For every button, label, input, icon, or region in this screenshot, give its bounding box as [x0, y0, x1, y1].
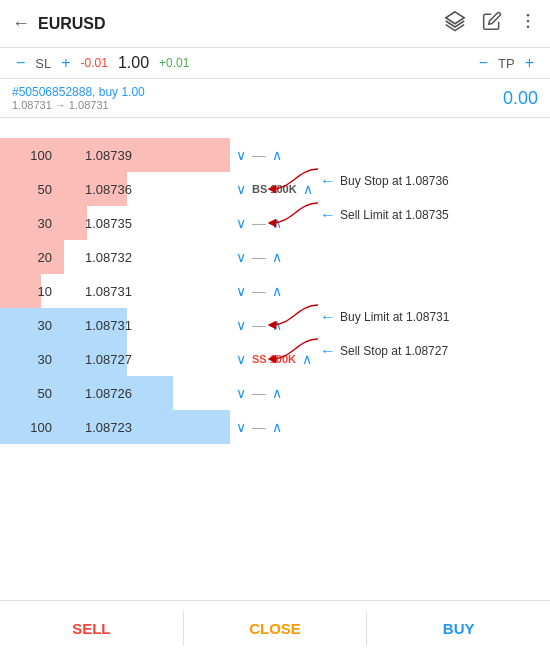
order-book-row: 1001.08739 [0, 138, 230, 172]
ob-control-row: ∨—∧ [230, 274, 320, 308]
sell-button[interactable]: SELL [0, 601, 183, 656]
annotation-text: Buy Limit at 1.08731 [340, 310, 449, 324]
order-book-row: 301.08731 [0, 308, 230, 342]
ob-price: 1.08731 [60, 284, 140, 299]
ctrl-line: — [252, 147, 266, 163]
ob-control-row: ∨—∧ [230, 206, 320, 240]
order-label: BS 100K [252, 183, 297, 195]
down-arrow-button[interactable]: ∨ [236, 249, 246, 265]
layers-icon[interactable] [444, 10, 466, 37]
down-arrow-button[interactable]: ∨ [236, 215, 246, 231]
trade-detail: #50506852888, buy 1.00 1.08731 → 1.08731 [12, 85, 503, 111]
ctrl-line: — [252, 419, 266, 435]
ob-price: 1.08735 [60, 216, 140, 231]
sl-minus-button[interactable]: − [12, 54, 29, 72]
order-label: SS 100K [252, 353, 296, 365]
back-button[interactable]: ← [12, 13, 30, 34]
tp-plus-button[interactable]: + [521, 54, 538, 72]
svg-point-1 [527, 14, 530, 16]
ob-quantity: 100 [0, 148, 60, 163]
sl-tp-bar: − SL + -0.01 1.00 +0.01 − TP + [0, 48, 550, 79]
up-arrow-button[interactable]: ∧ [302, 351, 312, 367]
up-arrow-button[interactable]: ∧ [272, 283, 282, 299]
trade-info: #50506852888, buy 1.00 1.08731 → 1.08731… [0, 79, 550, 118]
ob-price: 1.08723 [60, 420, 140, 435]
up-arrow-button[interactable]: ∧ [272, 317, 282, 333]
order-book-row: 201.08732 [0, 240, 230, 274]
page-title: EURUSD [38, 15, 444, 33]
order-book-row: 101.08731 [0, 274, 230, 308]
down-arrow-button[interactable]: ∨ [236, 181, 246, 197]
ob-price: 1.08731 [60, 318, 140, 333]
down-arrow-button[interactable]: ∨ [236, 283, 246, 299]
ob-control-row: ∨—∧ [230, 240, 320, 274]
annotation-text: Buy Stop at 1.08736 [340, 174, 449, 188]
edit-icon[interactable] [482, 11, 502, 36]
trade-price-range: 1.08731 → 1.08731 [12, 99, 503, 111]
tp-label: TP [496, 56, 517, 71]
order-book-row: 301.08727 [0, 342, 230, 376]
ob-control-row: ∨—∧ [230, 308, 320, 342]
ob-control-row: ∨BS 100K∧ [230, 172, 320, 206]
up-arrow-button[interactable]: ∧ [272, 419, 282, 435]
annotation-item: ←Buy Limit at 1.08731 [320, 308, 449, 326]
order-book-row: 501.08736 [0, 172, 230, 206]
ob-quantity: 50 [0, 386, 60, 401]
order-book-controls: ∨—∧∨BS 100K∧∨—∧∨—∧∨—∧∨—∧∨SS 100K∧∨—∧∨—∧ [230, 138, 320, 444]
annotation-arrow-icon: ← [320, 342, 336, 360]
header-icons [444, 10, 538, 37]
ob-quantity: 10 [0, 284, 60, 299]
order-book-row: 1001.08723 [0, 410, 230, 444]
ctrl-line: — [252, 249, 266, 265]
annotation-text: Sell Stop at 1.08727 [340, 344, 448, 358]
up-arrow-button[interactable]: ∧ [272, 385, 282, 401]
close-button[interactable]: CLOSE [184, 601, 367, 656]
ob-price: 1.08726 [60, 386, 140, 401]
up-arrow-button[interactable]: ∧ [272, 249, 282, 265]
annotation-arrow-icon: ← [320, 172, 336, 190]
down-arrow-button[interactable]: ∨ [236, 351, 246, 367]
down-arrow-button[interactable]: ∨ [236, 147, 246, 163]
header: ← EURUSD [0, 0, 550, 48]
ob-control-row: ∨—∧ [230, 376, 320, 410]
down-arrow-button[interactable]: ∨ [236, 419, 246, 435]
up-arrow-button[interactable]: ∧ [272, 215, 282, 231]
ctrl-line: — [252, 317, 266, 333]
order-book: 1001.08739501.08736301.08735201.08732101… [0, 138, 230, 444]
bottom-bar: SELL CLOSE BUY [0, 600, 550, 656]
annotation-arrow-icon: ← [320, 308, 336, 326]
annotation-arrow-icon: ← [320, 206, 336, 224]
more-icon[interactable] [518, 11, 538, 36]
ctrl-line: — [252, 385, 266, 401]
ob-quantity: 100 [0, 420, 60, 435]
sl-value: 1.00 [114, 54, 153, 72]
ob-price: 1.08732 [60, 250, 140, 265]
trade-pnl: 0.00 [503, 88, 538, 109]
sl-plus-button[interactable]: + [57, 54, 74, 72]
up-arrow-button[interactable]: ∧ [303, 181, 313, 197]
down-arrow-button[interactable]: ∨ [236, 385, 246, 401]
annotation-item: ←Sell Stop at 1.08727 [320, 342, 448, 360]
up-arrow-button[interactable]: ∧ [272, 147, 282, 163]
ob-quantity: 50 [0, 182, 60, 197]
buy-button[interactable]: BUY [367, 601, 550, 656]
svg-point-2 [527, 20, 530, 23]
svg-point-3 [527, 26, 530, 29]
ctrl-line: — [252, 283, 266, 299]
ob-control-row: ∨SS 100K∧ [230, 342, 320, 376]
ob-price: 1.08739 [60, 148, 140, 163]
ob-price: 1.08727 [60, 352, 140, 367]
down-arrow-button[interactable]: ∨ [236, 317, 246, 333]
ob-quantity: 20 [0, 250, 60, 265]
annotation-item: ←Buy Stop at 1.08736 [320, 172, 449, 190]
ob-price: 1.08736 [60, 182, 140, 197]
order-book-row: 501.08726 [0, 376, 230, 410]
annotation-text: Sell Limit at 1.08735 [340, 208, 449, 222]
ob-quantity: 30 [0, 352, 60, 367]
ob-quantity: 30 [0, 216, 60, 231]
main-area: 1001.08739501.08736301.08735201.08732101… [0, 118, 550, 588]
tp-minus-button[interactable]: − [475, 54, 492, 72]
sl-label: SL [33, 56, 53, 71]
trade-id: #50506852888, buy 1.00 [12, 85, 503, 99]
sl-plus-delta: +0.01 [157, 56, 191, 70]
